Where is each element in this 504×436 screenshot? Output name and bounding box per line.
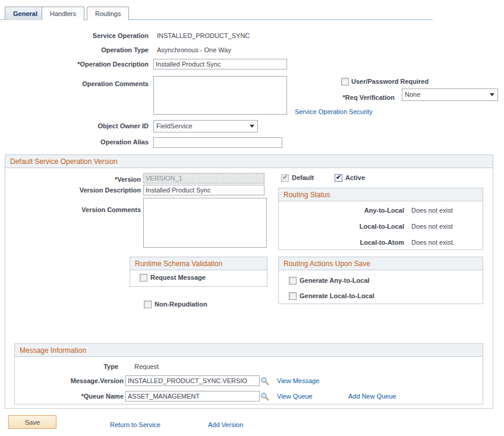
return-to-service-link[interactable]: Return to Service: [110, 421, 160, 428]
req-verification-label: *Req Verification: [343, 94, 395, 101]
tab-handlers[interactable]: Handlers: [42, 7, 84, 20]
service-operation-page: General Handlers Routings Service Operat…: [0, 0, 504, 436]
version-input: [143, 173, 264, 184]
view-message-link[interactable]: View Message: [277, 377, 319, 384]
queue-name-label: *Queue Name: [81, 393, 124, 400]
version-comments-label: Version Comments: [81, 206, 141, 213]
operation-type-label: Operation Type: [101, 46, 149, 53]
non-repudiation-checkbox[interactable]: [144, 301, 152, 308]
default-checkbox-label: Default: [292, 174, 314, 181]
generate-any-to-local-label: Generate Any-to-Local: [300, 277, 370, 284]
operation-alias-label: Operation Alias: [100, 138, 149, 146]
local-to-atom-label: Local-to-Atom: [360, 239, 404, 246]
user-password-required-checkbox[interactable]: [341, 78, 349, 86]
message-information-title: Message Information: [15, 344, 483, 357]
view-queue-link[interactable]: View Queue: [277, 393, 313, 400]
request-message-label: Request Message: [150, 274, 206, 281]
user-password-required-label: User/Password Required: [351, 78, 429, 85]
runtime-schema-validation-groupbox: Runtime Schema Validation: [130, 257, 267, 287]
type-value: Request: [134, 363, 159, 370]
any-to-local-label: Any-to-Local: [364, 207, 404, 214]
add-version-link[interactable]: Add Version: [208, 421, 243, 428]
req-verification-dropdown[interactable]: None: [402, 89, 498, 101]
local-to-local-label: Local-to-Local: [360, 223, 404, 230]
operation-comments-label: Operation Comments: [82, 80, 149, 87]
local-to-atom-status: Does not exist.: [411, 239, 455, 246]
message-version-input[interactable]: [125, 375, 260, 386]
service-operation-label: Service Operation: [93, 32, 149, 39]
default-checkbox: [281, 174, 289, 182]
non-repudiation-label: Non-Repudiation: [155, 301, 207, 308]
active-checkbox-label: Active: [345, 174, 365, 181]
tab-general[interactable]: General: [5, 7, 46, 20]
message-version-label: Message.Version: [71, 377, 124, 384]
service-operation-value: INSTALLED_PRODUCT_SYNC: [157, 32, 250, 39]
type-label: Type: [103, 363, 118, 370]
chevron-down-icon: [250, 125, 254, 128]
operation-type-value: Asynchronous - One Way: [157, 46, 231, 53]
routing-status-title: Routing Status: [279, 188, 483, 201]
runtime-schema-validation-title: Runtime Schema Validation: [130, 257, 267, 270]
version-label: *Version: [115, 176, 141, 183]
any-to-local-status: Does not exist: [411, 207, 453, 214]
service-operation-security-link[interactable]: Service Operation Security: [295, 108, 373, 115]
version-comments-textarea[interactable]: [143, 198, 267, 248]
save-button[interactable]: Save: [8, 415, 56, 429]
active-checkbox[interactable]: [335, 174, 342, 182]
operation-alias-input[interactable]: [153, 137, 282, 148]
object-owner-id-dropdown[interactable]: FieldService: [153, 120, 258, 132]
req-verification-value: None: [405, 91, 420, 98]
version-description-label: Version Description: [80, 187, 141, 194]
message-version-lookup-icon[interactable]: [260, 377, 269, 386]
operation-description-input[interactable]: [153, 59, 287, 69]
version-description-input[interactable]: [143, 185, 264, 195]
request-message-checkbox[interactable]: [140, 274, 147, 282]
routing-actions-title: Routing Actions Upon Save: [279, 257, 483, 270]
generate-any-to-local-checkbox[interactable]: [289, 277, 297, 285]
add-new-queue-link[interactable]: Add New Queue: [348, 393, 396, 400]
object-owner-id-label: Object Owner ID: [97, 122, 149, 129]
queue-name-input[interactable]: [125, 391, 260, 402]
generate-local-to-local-checkbox[interactable]: [289, 292, 297, 300]
operation-description-label: *Operation Description: [77, 61, 149, 68]
local-to-local-status: Does not exist: [411, 223, 453, 230]
default-service-operation-version-title: Default Service Operation Version: [5, 155, 493, 168]
object-owner-id-value: FieldService: [156, 122, 193, 129]
tab-routings[interactable]: Routings: [87, 7, 129, 20]
chevron-down-icon: [490, 93, 494, 96]
operation-comments-textarea[interactable]: [153, 76, 287, 115]
queue-name-lookup-icon[interactable]: [260, 392, 269, 401]
generate-local-to-local-label: Generate Local-to-Local: [300, 292, 374, 299]
